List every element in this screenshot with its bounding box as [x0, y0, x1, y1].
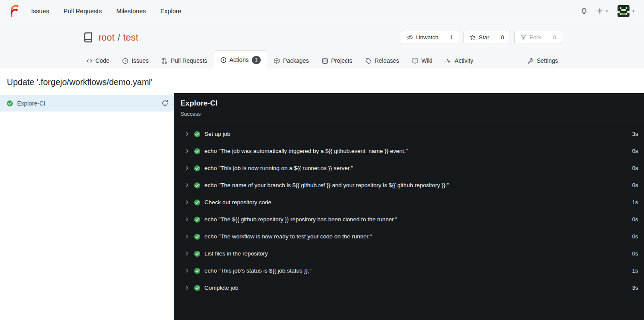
repo-name-link[interactable]: test: [123, 32, 138, 43]
step-name: echo "The ${{ github.repository }} repos…: [204, 216, 397, 223]
step-duration: 0s: [627, 182, 638, 188]
nav-link-pull-requests[interactable]: Pull Requests: [56, 0, 109, 22]
unwatch-label: Unwatch: [416, 34, 439, 41]
top-navbar: IssuesPull RequestsMilestonesExplore: [0, 0, 644, 22]
caret-down-icon: [605, 9, 609, 13]
pull-request-icon: [161, 58, 168, 64]
star-label: Star: [479, 34, 490, 41]
tab-code[interactable]: Code: [80, 52, 116, 69]
check-circle-icon: [194, 216, 201, 223]
step-row[interactable]: Check out repository code1s: [174, 194, 644, 211]
step-row[interactable]: echo "The workflow is now ready to test …: [174, 228, 644, 245]
tab-label: Releases: [375, 58, 399, 64]
eye-slash-icon: [407, 34, 413, 41]
nav-link-issues[interactable]: Issues: [24, 0, 56, 22]
tab-actions[interactable]: Actions1: [214, 50, 268, 69]
sync-icon: [161, 100, 169, 107]
repo-header: root / test Unwatch1Star0Fork0 CodeIssue…: [0, 22, 644, 69]
check-circle-icon: [194, 267, 201, 274]
step-row[interactable]: echo "The name of your branch is ${{ git…: [174, 177, 644, 194]
tab-label: Wiki: [421, 58, 432, 64]
tab-label: Issues: [131, 58, 149, 64]
step-row[interactable]: echo "This job is now running on a ${{ r…: [174, 160, 644, 177]
chevron-right-icon: [184, 234, 190, 239]
fork-count[interactable]: 0: [547, 31, 562, 44]
actions-count-badge: 1: [252, 56, 261, 64]
star-button[interactable]: Star: [464, 31, 495, 44]
step-duration: 0s: [627, 216, 638, 223]
chevron-right-icon: [184, 268, 190, 273]
check-circle-icon: [194, 285, 201, 291]
tab-settings[interactable]: Settings: [521, 52, 565, 69]
tab-activity[interactable]: Activity: [439, 52, 480, 69]
step-duration: 3s: [627, 285, 638, 291]
step-duration: 1s: [627, 199, 638, 206]
tab-label: Pull Requests: [171, 58, 207, 64]
tab-wiki[interactable]: Wiki: [405, 52, 439, 69]
tab-label: Projects: [331, 58, 353, 64]
chevron-right-icon: [184, 148, 190, 154]
chevron-right-icon: [184, 200, 190, 205]
notifications-button[interactable]: [580, 7, 588, 15]
step-duration: 0s: [627, 148, 638, 154]
step-row[interactable]: echo "The job was automatically triggere…: [174, 143, 644, 160]
tab-label: Actions: [230, 57, 249, 63]
plus-icon: [596, 7, 603, 15]
step-name: echo "The name of your branch is ${{ git…: [204, 182, 449, 188]
check-circle-icon: [6, 100, 13, 107]
bell-icon: [580, 7, 588, 15]
job-item[interactable]: Explore-CI: [0, 95, 174, 112]
forgejo-logo-icon: [8, 5, 20, 18]
step-name: Complete job: [204, 285, 239, 291]
issue-icon: [122, 58, 128, 64]
step-name: echo "The job was automatically triggere…: [204, 148, 408, 154]
check-circle-icon: [194, 165, 201, 172]
fork-label: Fork: [530, 34, 541, 41]
rerun-job-button[interactable]: [161, 100, 169, 107]
tab-label: Code: [96, 58, 110, 64]
run-title: Update '.forgejo/workflows/demo.yaml': [7, 77, 637, 87]
job-status-text: Success: [181, 111, 637, 117]
step-name: echo "This job's status is ${{ job.statu…: [204, 267, 312, 274]
unwatch-button[interactable]: Unwatch: [401, 31, 444, 44]
nav-link-explore[interactable]: Explore: [153, 0, 189, 22]
unwatch-count[interactable]: 1: [444, 31, 459, 44]
forgejo-logo[interactable]: [8, 5, 20, 18]
step-duration: 0s: [627, 250, 638, 257]
user-menu-button[interactable]: [618, 5, 635, 17]
step-row[interactable]: echo "The ${{ github.repository }} repos…: [174, 211, 644, 228]
tab-projects[interactable]: Projects: [315, 52, 359, 69]
step-name: Set up job: [204, 131, 230, 137]
step-name: echo "The workflow is now ready to test …: [204, 233, 372, 240]
unwatch-button-group: Unwatch1: [401, 31, 459, 44]
step-duration: 1s: [627, 267, 638, 274]
star-count[interactable]: 0: [495, 31, 510, 44]
job-name: Explore-CI: [17, 100, 161, 107]
tab-pull-requests[interactable]: Pull Requests: [155, 52, 213, 69]
step-duration: 0s: [627, 233, 638, 240]
fork-button[interactable]: Fork: [515, 31, 547, 44]
step-row[interactable]: Complete job3s: [174, 279, 644, 297]
tools-icon: [527, 58, 534, 64]
check-circle-icon: [194, 250, 201, 257]
star-icon: [469, 34, 476, 41]
code-icon: [86, 58, 93, 64]
jobs-sidebar: Explore-CI: [0, 93, 174, 320]
tab-releases[interactable]: Releases: [359, 52, 406, 69]
package-icon: [274, 58, 280, 64]
chevron-right-icon: [184, 165, 190, 171]
step-row[interactable]: echo "This job's status is ${{ job.statu…: [174, 262, 644, 279]
nav-link-milestones[interactable]: Milestones: [109, 0, 153, 22]
navbar-right: [580, 5, 638, 17]
step-row[interactable]: Set up job3s: [174, 126, 644, 143]
step-row[interactable]: List files in the repository0s: [174, 245, 644, 262]
chevron-right-icon: [184, 251, 190, 256]
tab-issues[interactable]: Issues: [116, 52, 155, 69]
tab-packages[interactable]: Packages: [267, 52, 315, 69]
star-button-group: Star0: [463, 31, 510, 44]
create-new-button[interactable]: [596, 7, 609, 15]
check-circle-icon: [194, 199, 201, 206]
job-title: Explore-CI: [181, 99, 637, 108]
steps-list: Set up job3secho "The job was automatica…: [174, 123, 644, 297]
repo-owner-link[interactable]: root: [99, 32, 115, 43]
